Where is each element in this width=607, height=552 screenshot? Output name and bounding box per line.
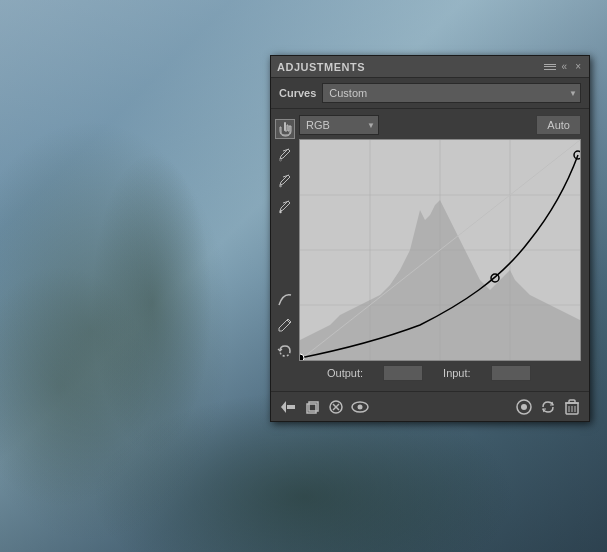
trash-svg bbox=[565, 399, 579, 415]
finger-icon bbox=[277, 121, 293, 137]
curves-row: Curves Custom Default Strong Contrast Li… bbox=[271, 78, 589, 109]
reset-layer-icon[interactable] bbox=[327, 398, 345, 416]
svg-rect-20 bbox=[287, 405, 295, 409]
eyedropper-gray-tool[interactable] bbox=[275, 171, 295, 191]
copy-layer-svg bbox=[304, 399, 320, 415]
panel-menu-icon[interactable] bbox=[544, 64, 556, 70]
rgb-row: RGB Red Green Blue ▼ Auto bbox=[299, 115, 581, 135]
bottom-bar-right bbox=[515, 398, 581, 416]
eye-svg bbox=[351, 401, 369, 413]
eyedropper-black-tool[interactable] bbox=[275, 145, 295, 165]
panel-close-button[interactable]: × bbox=[573, 61, 583, 72]
left-toolbar bbox=[271, 115, 299, 385]
content-area: RGB Red Green Blue ▼ Auto bbox=[271, 109, 589, 391]
curves-label: Curves bbox=[279, 87, 316, 99]
adjustments-panel: ADJUSTMENTS « × Curves Custom Default St… bbox=[270, 55, 590, 422]
input-label: Input: bbox=[443, 367, 471, 379]
panel-pin-button[interactable]: « bbox=[560, 61, 570, 72]
svg-point-27 bbox=[358, 404, 363, 409]
trash-icon[interactable] bbox=[563, 398, 581, 416]
svg-point-29 bbox=[521, 404, 527, 410]
auto-button[interactable]: Auto bbox=[536, 115, 581, 135]
mask-icon[interactable] bbox=[515, 398, 533, 416]
curves-chart[interactable] bbox=[299, 139, 581, 361]
eyedropper-white-icon bbox=[278, 199, 292, 215]
previous-state-arrow bbox=[280, 400, 296, 414]
svg-rect-32 bbox=[569, 400, 575, 403]
eyedropper-gray-icon bbox=[278, 173, 292, 189]
output-value[interactable] bbox=[383, 365, 423, 381]
curve-smooth-icon bbox=[277, 291, 293, 307]
chart-canvas[interactable] bbox=[300, 140, 580, 360]
svg-point-5 bbox=[280, 211, 282, 213]
copy-layer-icon[interactable] bbox=[303, 398, 321, 416]
visibility-icon[interactable] bbox=[351, 398, 369, 416]
bottom-bar bbox=[271, 391, 589, 421]
reset-layer-svg bbox=[328, 399, 344, 415]
channel-select-wrapper: RGB Red Green Blue ▼ bbox=[299, 115, 379, 135]
chart-container: RGB Red Green Blue ▼ Auto bbox=[299, 115, 581, 385]
refresh-icon[interactable] bbox=[539, 398, 557, 416]
reset-points-tool[interactable] bbox=[275, 341, 295, 361]
channel-select[interactable]: RGB Red Green Blue bbox=[299, 115, 379, 135]
refresh-svg bbox=[540, 399, 556, 415]
output-label: Output: bbox=[327, 367, 363, 379]
panel-controls: « × bbox=[544, 61, 583, 72]
previous-state-icon[interactable] bbox=[279, 398, 297, 416]
preset-select-wrapper: Custom Default Strong Contrast Linear Co… bbox=[322, 83, 581, 103]
curve-smooth-tool[interactable] bbox=[275, 289, 295, 309]
eyedropper-white-tool[interactable] bbox=[275, 197, 295, 217]
output-input-row: Output: Input: bbox=[299, 361, 581, 385]
reset-points-icon bbox=[277, 343, 293, 359]
svg-marker-19 bbox=[281, 401, 286, 413]
finger-tool[interactable] bbox=[275, 119, 295, 139]
svg-point-1 bbox=[280, 159, 282, 161]
curves-svg bbox=[300, 140, 580, 360]
panel-title: ADJUSTMENTS bbox=[277, 61, 365, 73]
eyedropper-black-icon bbox=[278, 147, 292, 163]
pencil-icon bbox=[278, 318, 292, 332]
pencil-tool[interactable] bbox=[275, 315, 295, 335]
panel-titlebar: ADJUSTMENTS « × bbox=[271, 56, 589, 78]
mask-svg bbox=[516, 399, 532, 415]
svg-point-3 bbox=[280, 185, 282, 187]
preset-select[interactable]: Custom Default Strong Contrast Linear Co… bbox=[322, 83, 581, 103]
svg-rect-0 bbox=[284, 122, 286, 131]
input-value[interactable] bbox=[491, 365, 531, 381]
bottom-bar-left bbox=[279, 398, 369, 416]
